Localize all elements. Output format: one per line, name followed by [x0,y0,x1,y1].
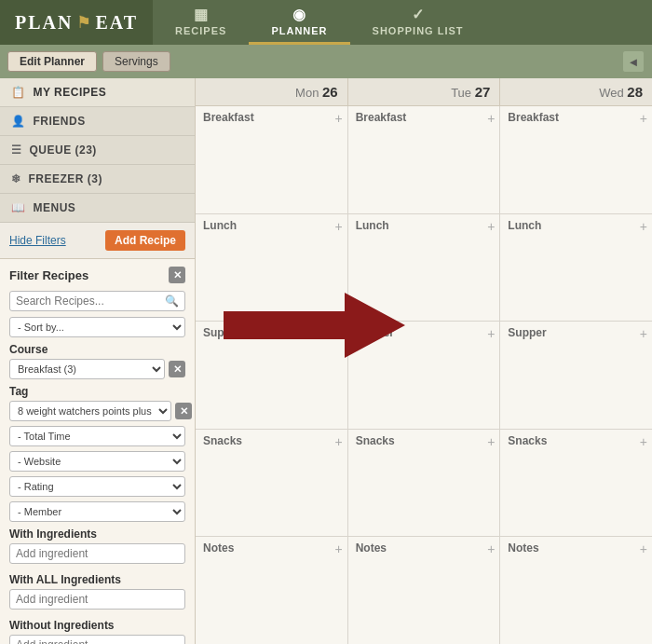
add-lunch-mon-button[interactable]: + [334,219,342,234]
remove-tag-button[interactable]: ✕ [175,403,192,419]
sidebar-item-menus[interactable]: 📖 MENUS [0,194,195,223]
without-ingredients-label: Without Ingredients [9,619,185,632]
rating-dropdown[interactable]: - Rating [9,476,185,497]
filter-section: Filter Recipes ✕ 🔍 - Sort by... Course B… [0,259,195,644]
queue-icon: ☰ [11,144,22,157]
cell-breakfast-tue: Breakfast + [348,106,501,213]
add-notes-wed-button[interactable]: + [640,541,647,556]
nav-tabs: ▦ RECIPES ◉ PLANNER ✓ SHOPPING LIST [153,0,485,45]
cell-supper-mon: Supper + [196,322,348,429]
filter-title: Filter Recipes ✕ [9,267,185,283]
with-ingredients-input[interactable] [9,543,185,564]
meal-label-supper-tue: Supper [356,326,493,339]
sidebar-item-my-recipes[interactable]: 📋 MY RECIPES [0,78,195,107]
with-ingredients-label: With Ingredients [9,528,185,541]
nav-back-button[interactable]: ◄ [622,50,645,73]
meal-row-snacks: Snacks + Snacks + Snacks + [196,430,652,538]
calendar-body: Breakfast + Breakfast + Breakfast + Lunc… [196,106,652,644]
sidebar-item-queue[interactable]: ☰ QUEUE (23) [0,136,195,165]
add-notes-mon-button[interactable]: + [334,541,342,556]
sort-dropdown[interactable]: - Sort by... [9,317,185,337]
meal-row-breakfast: Breakfast + Breakfast + Breakfast + [196,106,652,214]
without-ingredients-input[interactable] [9,635,185,644]
search-input[interactable] [16,295,165,308]
website-dropdown-row: - Website [9,451,185,472]
cell-snacks-mon: Snacks + [196,430,348,537]
tag-dropdown[interactable]: 8 weight watchers points plus [9,401,171,421]
menus-icon: 📖 [11,201,26,214]
course-dropdown[interactable]: Breakfast (3) [9,359,165,379]
logo: PLAN ⚑ EAT [0,0,153,45]
day-name-wed: Wed [599,86,627,100]
sub-header: Edit Planner Servings ◄ [0,45,652,78]
cell-notes-wed: Notes + [500,537,652,644]
add-snacks-tue-button[interactable]: + [487,434,495,449]
add-snacks-wed-button[interactable]: + [640,434,647,449]
freezer-icon: ❄ [11,172,21,185]
tag-dropdown-row: 8 weight watchers points plus ✕ [9,401,185,421]
member-dropdown[interactable]: - Member [9,501,185,522]
website-dropdown[interactable]: - Website [9,451,185,472]
tab-planner-label: PLANNER [271,25,327,36]
tab-shopping-label: SHOPPING LIST [373,25,464,36]
cell-supper-wed: Supper + [500,322,652,429]
meal-label-lunch-tue: Lunch [356,219,493,232]
sidebar-item-freezer[interactable]: ❄ FREEZER (3) [0,165,195,194]
sidebar-actions: Hide Filters Add Recipe [0,223,195,259]
hide-filters-button[interactable]: Hide Filters [9,234,66,247]
meal-label-supper-mon: Supper [203,326,340,339]
add-notes-tue-button[interactable]: + [487,541,495,556]
meal-label-notes-mon: Notes [203,541,340,555]
app-header: PLAN ⚑ EAT ▦ RECIPES ◉ PLANNER ✓ SHOPPIN… [0,0,652,45]
add-breakfast-wed-button[interactable]: + [640,111,647,126]
sidebar-item-queue-label: QUEUE (23) [30,144,97,157]
add-supper-mon-button[interactable]: + [334,326,342,341]
cell-supper-tue: Supper + [348,322,501,429]
tag-label: Tag [9,385,185,398]
edit-planner-button[interactable]: Edit Planner [7,51,97,72]
remove-course-button[interactable]: ✕ [169,361,185,377]
cell-notes-mon: Notes + [196,537,348,644]
meal-row-lunch: Lunch + Lunch + Lunch + [196,214,652,322]
member-dropdown-row: - Member [9,501,185,522]
recipes-icon: ▦ [194,6,209,23]
sidebar-nav: 📋 MY RECIPES 👤 FRIENDS ☰ QUEUE (23) ❄ FR… [0,78,195,223]
cell-snacks-tue: Snacks + [348,430,501,537]
rating-dropdown-row: - Rating [9,476,185,497]
sidebar-item-menus-label: MENUS [34,201,76,214]
course-dropdown-row: Breakfast (3) ✕ [9,359,185,379]
add-lunch-wed-button[interactable]: + [640,219,647,234]
meal-label-snacks-wed: Snacks [508,434,645,447]
add-breakfast-tue-button[interactable]: + [487,111,495,126]
close-filter-button[interactable]: ✕ [169,267,185,283]
course-label: Course [9,343,185,356]
meal-label-supper-wed: Supper [508,326,645,339]
shopping-icon: ✓ [412,6,425,23]
add-breakfast-mon-button[interactable]: + [334,111,342,126]
filter-title-text: Filter Recipes [9,268,88,282]
search-box: 🔍 [9,291,185,311]
add-recipe-button[interactable]: Add Recipe [105,230,185,251]
time-dropdown[interactable]: - Total Time [9,426,185,446]
logo-text: PLAN [15,12,73,34]
with-all-ingredients-input[interactable] [9,589,185,610]
tab-recipes[interactable]: ▦ RECIPES [153,0,249,45]
add-supper-tue-button[interactable]: + [487,326,495,341]
add-lunch-tue-button[interactable]: + [487,219,495,234]
meal-label-lunch-mon: Lunch [203,219,340,232]
planner-area: Mon 26 Tue 27 Wed 28 Breakfast + Br [196,78,652,644]
sidebar-item-friends[interactable]: 👤 FRIENDS [0,107,195,136]
logo-icon: ⚑ [76,12,91,33]
tab-shopping[interactable]: ✓ SHOPPING LIST [350,0,486,45]
add-supper-wed-button[interactable]: + [640,326,647,341]
meal-label-breakfast-mon: Breakfast [203,111,340,124]
day-header-tue: Tue 27 [348,78,501,105]
with-all-ingredients-label: With ALL Ingredients [9,573,185,586]
add-snacks-mon-button[interactable]: + [334,434,342,449]
servings-button[interactable]: Servings [102,51,170,72]
cell-lunch-tue: Lunch + [348,214,501,322]
day-header-mon: Mon 26 [196,78,348,105]
calendar-header: Mon 26 Tue 27 Wed 28 [196,78,652,106]
tab-recipes-label: RECIPES [175,25,226,36]
tab-planner[interactable]: ◉ PLANNER [249,0,349,45]
